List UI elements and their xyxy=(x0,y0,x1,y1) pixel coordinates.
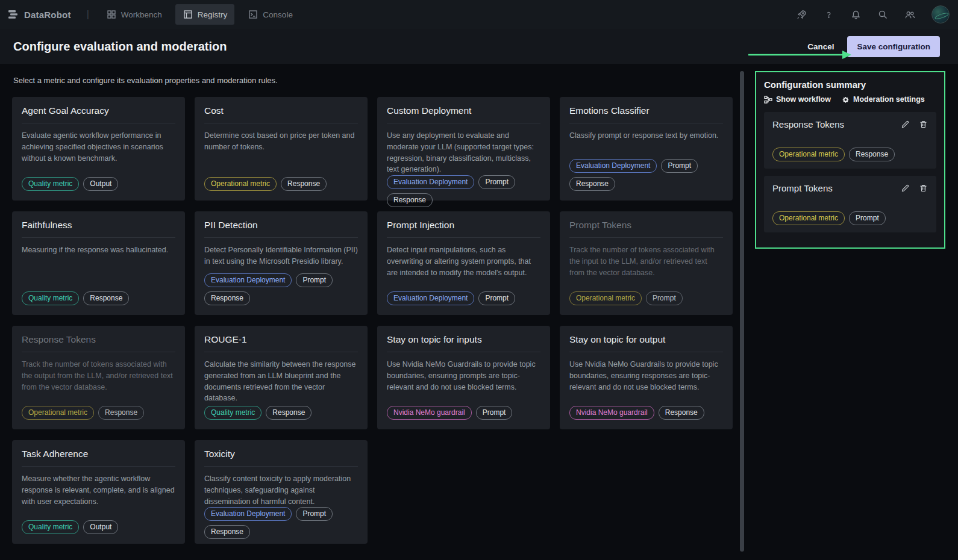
tag-quality: Quality metric xyxy=(22,177,79,191)
summary-item-tags: Operational metricPrompt xyxy=(772,211,928,225)
page-header: Configure evaluation and moderation Canc… xyxy=(0,29,958,64)
metric-card-description: Measuring if the response was hallucinat… xyxy=(22,244,175,256)
metric-card-title: Agent Goal Accuracy xyxy=(22,105,175,123)
metric-card[interactable]: Response TokensTrack the number of token… xyxy=(12,326,185,429)
metric-card-title: Task Adherence xyxy=(22,449,175,467)
tag-plain: Response xyxy=(98,406,144,420)
metric-card[interactable]: ToxicityClassify content toxicity to app… xyxy=(195,440,368,544)
metric-card-description: Detect Personally Identifiable Informati… xyxy=(204,244,358,267)
tag-plain: Prompt xyxy=(646,291,683,305)
rocket-icon[interactable] xyxy=(796,9,807,20)
summary-item: Prompt TokensOperational metricPrompt xyxy=(764,176,936,232)
metric-card-description: Determine cost based on price per token … xyxy=(204,130,358,153)
metric-card[interactable]: PII DetectionDetect Personally Identifia… xyxy=(195,211,368,315)
nav-right xyxy=(796,5,950,23)
metric-card[interactable]: Stay on topic for outputUse Nvidia NeMo … xyxy=(560,326,733,429)
metric-card-title: PII Detection xyxy=(204,220,358,238)
nav-item-registry[interactable]: Registry xyxy=(175,4,235,25)
search-icon[interactable] xyxy=(877,9,888,20)
notifications-icon[interactable] xyxy=(850,9,861,20)
tag-plain: Response xyxy=(204,525,250,539)
metric-card[interactable]: Custom DeploymentUse any deployment to e… xyxy=(377,97,550,201)
moderation-settings-label: Moderation settings xyxy=(853,95,925,104)
metric-card[interactable]: Agent Goal AccuracyEvaluate agentic work… xyxy=(12,97,185,201)
nav-item-workbench[interactable]: Workbench xyxy=(99,4,169,25)
metric-card-tags: Quality metricOutput xyxy=(22,520,175,534)
console-icon xyxy=(248,9,258,20)
nav-divider: | xyxy=(87,9,89,20)
page-title: Configure evaluation and moderation xyxy=(13,40,227,54)
tag-plain: Response xyxy=(281,177,327,191)
registry-icon xyxy=(183,9,193,20)
tag-deployment: Evaluation Deployment xyxy=(204,507,292,521)
metric-card-description: Measure whether the agentic workflow res… xyxy=(22,473,175,507)
tag-deployment: Evaluation Deployment xyxy=(569,159,657,173)
metric-card-title: Stay on topic for inputs xyxy=(387,334,540,352)
scrollbar-thumb[interactable] xyxy=(740,71,744,552)
metric-card-description: Evaluate agentic workflow performance in… xyxy=(22,130,175,164)
metric-card-tags: Evaluation DeploymentPromptResponse xyxy=(569,159,723,191)
metric-card-description: Detect input manipulations, such as over… xyxy=(387,244,540,278)
tag-operational: Operational metric xyxy=(569,291,642,305)
metric-card-tags: Quality metricOutput xyxy=(22,177,175,191)
metric-card-tags: Evaluation DeploymentPrompt xyxy=(387,291,540,305)
nav-item-label: Console xyxy=(263,10,293,19)
summary-item: Response TokensOperational metricRespons… xyxy=(764,112,936,169)
metric-card[interactable]: Emotions ClassifierClassify prompt or re… xyxy=(560,97,733,201)
tag-plain: Prompt xyxy=(296,273,333,287)
metric-card-tags: Operational metricPrompt xyxy=(569,291,723,305)
metric-card-tags: Nvidia NeMo guardrailPrompt xyxy=(387,406,540,420)
metric-card[interactable]: FaithfulnessMeasuring if the response wa… xyxy=(12,211,185,315)
help-icon[interactable] xyxy=(823,9,834,20)
show-workflow-link[interactable]: Show workflow xyxy=(764,95,831,104)
tag-plain: Prompt xyxy=(296,507,333,521)
tag-plain: Prompt xyxy=(476,406,513,420)
users-icon[interactable] xyxy=(904,9,915,20)
delete-icon[interactable] xyxy=(918,184,928,193)
metric-card-description: Calculate the similarity between the res… xyxy=(204,359,358,404)
metric-card-description: Use Nvidia NeMo Guardrails to provide to… xyxy=(387,359,540,393)
nav-item-console[interactable]: Console xyxy=(240,4,300,25)
avatar[interactable] xyxy=(931,5,950,23)
configuration-summary-panel: Configuration summary Show workflow Mode… xyxy=(755,71,945,249)
summary-title: Configuration summary xyxy=(764,79,936,90)
tag-nemo: Nvidia NeMo guardrail xyxy=(569,406,654,420)
tag-deployment: Evaluation Deployment xyxy=(204,273,292,287)
metric-card-title: Cost xyxy=(204,105,358,123)
summary-item-actions xyxy=(900,120,928,129)
edit-icon[interactable] xyxy=(900,184,910,193)
cancel-button[interactable]: Cancel xyxy=(807,42,834,51)
tag-plain: Response xyxy=(569,177,615,191)
metric-card-tags: Quality metricResponse xyxy=(22,291,175,305)
metric-card-title: Toxicity xyxy=(204,449,358,467)
metric-card[interactable]: CostDetermine cost based on price per to… xyxy=(195,97,368,201)
summary-items: Response TokensOperational metricRespons… xyxy=(764,112,936,232)
tag-plain: Response xyxy=(387,193,433,207)
brand[interactable]: DataRobot xyxy=(8,9,71,20)
datarobot-logo-icon xyxy=(8,9,19,20)
summary-item-title: Prompt Tokens xyxy=(772,183,833,193)
tag-deployment: Evaluation Deployment xyxy=(387,291,474,305)
tag-operational: Operational metric xyxy=(22,406,94,420)
metric-card[interactable]: Task AdherenceMeasure whether the agenti… xyxy=(12,440,185,544)
tag-quality: Quality metric xyxy=(22,520,79,534)
metric-card-title: Stay on topic for output xyxy=(569,334,723,352)
metric-card[interactable]: Stay on topic for inputsUse Nvidia NeMo … xyxy=(377,326,550,429)
delete-icon[interactable] xyxy=(918,120,928,129)
metric-card[interactable]: Prompt TokensTrack the number of tokens … xyxy=(560,211,733,315)
nav-item-label: Workbench xyxy=(121,10,162,19)
tag-quality: Quality metric xyxy=(204,406,261,420)
tag-plain: Output xyxy=(83,520,118,534)
tag-plain: Response xyxy=(659,406,704,420)
metric-card[interactable]: Prompt InjectionDetect input manipulatio… xyxy=(377,211,550,315)
summary-item-title: Response Tokens xyxy=(772,119,844,129)
summary-item-head: Prompt Tokens xyxy=(772,183,928,193)
edit-icon[interactable] xyxy=(900,120,910,129)
save-configuration-button[interactable]: Save configuration xyxy=(847,36,940,57)
tag-plain: Response xyxy=(204,291,250,305)
metric-card-description: Classify content toxicity to apply moder… xyxy=(204,473,358,507)
tag-nemo: Nvidia NeMo guardrail xyxy=(387,406,472,420)
metric-card[interactable]: ROUGE-1Calculate the similarity between … xyxy=(195,326,368,429)
moderation-settings-link[interactable]: Moderation settings xyxy=(842,95,925,104)
metric-card-description: Track the number of tokens associated wi… xyxy=(22,359,175,393)
